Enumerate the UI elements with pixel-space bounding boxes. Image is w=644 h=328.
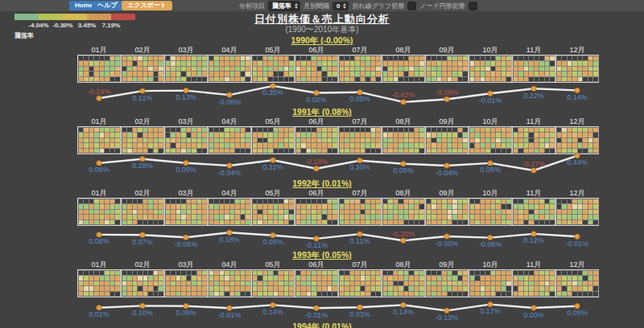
day-cell[interactable] [214, 56, 219, 61]
day-cell[interactable] [539, 215, 544, 219]
day-cell[interactable] [365, 210, 370, 215]
day-cell[interactable] [225, 61, 229, 66]
day-cell[interactable] [235, 204, 240, 209]
day-cell[interactable] [241, 56, 246, 61]
day-cell[interactable] [345, 199, 349, 204]
day-cell[interactable] [475, 286, 480, 291]
day-cell[interactable] [371, 128, 376, 133]
day-cell[interactable] [529, 138, 534, 143]
day-cell[interactable] [376, 210, 381, 215]
day-cell[interactable] [79, 204, 84, 209]
day-cell[interactable] [475, 133, 480, 137]
day-cell[interactable] [361, 72, 365, 76]
day-cell[interactable] [562, 204, 567, 209]
day-cell[interactable] [361, 215, 365, 219]
day-cell[interactable] [192, 143, 196, 148]
day-cell[interactable] [350, 271, 355, 276]
day-cell[interactable] [235, 286, 240, 291]
day-cell[interactable] [258, 210, 262, 215]
day-cell[interactable] [89, 143, 94, 148]
day-cell[interactable] [545, 128, 550, 133]
day-cell[interactable] [557, 138, 562, 143]
day-cell[interactable] [89, 61, 94, 66]
day-cell[interactable] [518, 286, 523, 291]
day-cell[interactable] [176, 276, 181, 281]
day-cell[interactable] [529, 143, 534, 148]
day-cell[interactable] [171, 204, 175, 209]
day-cell[interactable] [475, 276, 480, 281]
day-cell[interactable] [241, 138, 246, 143]
day-cell[interactable] [404, 286, 409, 291]
day-cell[interactable] [317, 138, 322, 143]
day-cell[interactable] [578, 138, 583, 143]
day-cell[interactable] [230, 281, 235, 286]
day-cell[interactable] [409, 56, 414, 61]
day-cell[interactable] [284, 271, 289, 276]
day-cell[interactable] [481, 276, 485, 281]
day-cell[interactable] [322, 133, 327, 137]
day-cell[interactable] [485, 61, 490, 66]
day-cell[interactable] [171, 271, 175, 276]
day-cell[interactable] [463, 281, 468, 286]
day-cell[interactable] [214, 281, 219, 286]
day-cell[interactable] [535, 286, 539, 291]
day-cell[interactable] [383, 143, 388, 148]
day-cell[interactable] [202, 276, 207, 281]
day-cell[interactable] [154, 138, 159, 143]
line-node[interactable] [575, 304, 580, 309]
day-cell[interactable] [296, 143, 301, 148]
day-cell[interactable] [127, 199, 132, 204]
day-cell[interactable] [463, 215, 468, 219]
day-cell[interactable] [268, 128, 273, 133]
day-cell[interactable] [296, 204, 301, 209]
day-cell[interactable] [317, 204, 322, 209]
day-cell[interactable] [502, 138, 506, 143]
day-cell[interactable] [437, 276, 442, 281]
day-cell[interactable] [301, 199, 306, 204]
day-cell[interactable] [458, 56, 463, 61]
day-cell[interactable] [340, 276, 345, 281]
day-cell[interactable] [345, 215, 349, 219]
day-cell[interactable] [506, 276, 511, 281]
line-node[interactable] [488, 91, 493, 96]
day-cell[interactable] [557, 72, 562, 76]
day-cell[interactable] [289, 143, 294, 148]
day-cell[interactable] [415, 210, 419, 215]
day-cell[interactable] [502, 215, 506, 219]
day-cell[interactable] [214, 133, 219, 137]
day-cell[interactable] [154, 128, 159, 133]
day-cell[interactable] [355, 204, 360, 209]
day-cell[interactable] [557, 67, 562, 72]
day-cell[interactable] [475, 128, 480, 133]
day-cell[interactable] [502, 143, 506, 148]
line-node[interactable] [531, 305, 536, 310]
day-cell[interactable] [361, 281, 365, 286]
day-cell[interactable] [263, 276, 268, 281]
analysis-item-select[interactable]: 騰落率 [268, 1, 300, 11]
day-cell[interactable] [355, 72, 360, 76]
day-cell[interactable] [376, 199, 381, 204]
day-cell[interactable] [122, 128, 127, 133]
day-cell[interactable] [398, 133, 403, 137]
day-cell[interactable] [578, 215, 583, 219]
day-cell[interactable] [322, 67, 327, 72]
day-cell[interactable] [419, 143, 424, 148]
day-cell[interactable] [100, 143, 105, 148]
day-cell[interactable] [514, 61, 518, 66]
day-cell[interactable] [138, 67, 142, 72]
day-cell[interactable] [404, 199, 409, 204]
day-cell[interactable] [317, 281, 322, 286]
day-cell[interactable] [220, 143, 225, 148]
day-cell[interactable] [383, 56, 388, 61]
day-cell[interactable] [197, 276, 202, 281]
day-cell[interactable] [340, 199, 345, 204]
day-cell[interactable] [253, 215, 258, 219]
day-cell[interactable] [442, 61, 447, 66]
day-cell[interactable] [246, 56, 250, 61]
day-cell[interactable] [409, 61, 414, 66]
day-cell[interactable] [557, 143, 562, 148]
day-cell[interactable] [192, 286, 196, 291]
day-cell[interactable] [470, 286, 475, 291]
day-cell[interactable] [491, 204, 496, 209]
day-cell[interactable] [481, 72, 485, 76]
